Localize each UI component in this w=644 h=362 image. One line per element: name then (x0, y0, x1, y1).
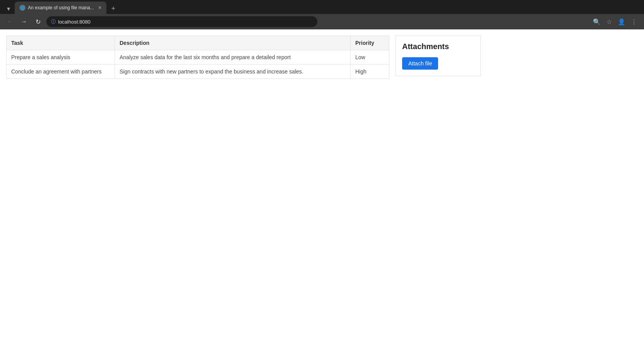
task-cell-0: Prepare a sales analysis (7, 50, 115, 65)
active-tab[interactable]: 🌐 An example of using file mana... ✕ (15, 2, 106, 14)
profile-button[interactable]: 👤 (616, 16, 627, 27)
browser-toolbar: ← → ↻ ⓘ localhost:8080 🔍 ☆ 👤 ⋮ (0, 14, 644, 29)
tab-list-button[interactable]: ▾ (3, 3, 14, 14)
tab-close-button[interactable]: ✕ (96, 4, 103, 11)
tasks-section: Task Description Priority Prepare a sale… (6, 36, 389, 79)
new-tab-button[interactable]: + (108, 3, 119, 14)
column-header-priority: Priority (351, 36, 389, 50)
description-cell-0: Analyze sales data for the last six mont… (115, 50, 351, 65)
tab-title: An example of using file mana... (28, 5, 94, 10)
table-row: Conclude an agreement with partners Sign… (7, 65, 389, 79)
attachments-title: Attachments (402, 42, 474, 51)
tasks-table: Task Description Priority Prepare a sale… (6, 36, 389, 79)
column-header-description: Description (115, 36, 351, 50)
description-cell-1: Sign contracts with new partners to expa… (115, 65, 351, 79)
address-text: localhost:8080 (58, 19, 91, 25)
tab-favicon: 🌐 (19, 5, 26, 11)
tab-bar: ▾ 🌐 An example of using file mana... ✕ + (0, 0, 644, 14)
toolbar-right: 🔍 ☆ 👤 ⋮ (591, 16, 639, 27)
menu-button[interactable]: ⋮ (629, 16, 639, 27)
priority-cell-1: High (351, 65, 389, 79)
page-content: Task Description Priority Prepare a sale… (0, 29, 644, 362)
browser-window: ▾ 🌐 An example of using file mana... ✕ +… (0, 0, 644, 362)
attachments-panel: Attachments Attach file (396, 36, 481, 76)
reload-button[interactable]: ↻ (33, 16, 43, 27)
task-cell-1: Conclude an agreement with partners (7, 65, 115, 79)
column-header-task: Task (7, 36, 115, 50)
bookmark-button[interactable]: ☆ (604, 16, 615, 27)
forward-button[interactable]: → (19, 16, 29, 27)
table-row: Prepare a sales analysis Analyze sales d… (7, 50, 389, 65)
back-button[interactable]: ← (5, 16, 15, 27)
priority-cell-0: Low (351, 50, 389, 65)
search-icon-btn[interactable]: 🔍 (591, 16, 602, 27)
attach-file-button[interactable]: Attach file (402, 57, 438, 70)
favicon-icon: 🌐 (20, 6, 25, 10)
lock-icon: ⓘ (51, 19, 56, 25)
table-header-row: Task Description Priority (7, 36, 389, 50)
address-bar[interactable]: ⓘ localhost:8080 (46, 16, 317, 27)
